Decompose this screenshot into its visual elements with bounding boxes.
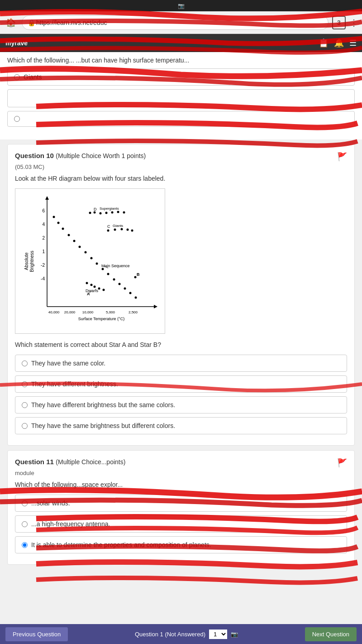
radio-opt2[interactable] xyxy=(22,381,28,387)
option2-label: They have different brightness. xyxy=(31,380,118,388)
svg-point-33 xyxy=(131,230,133,232)
lms-icon-clipboard[interactable]: 📋 xyxy=(319,38,329,48)
svg-text:-4: -4 xyxy=(41,276,45,281)
svg-point-46 xyxy=(107,273,110,275)
svg-text:20,000: 20,000 xyxy=(64,310,76,314)
svg-text:2,500: 2,500 xyxy=(129,310,138,314)
list-item[interactable]: ...a high-frequency antenna. xyxy=(15,515,347,533)
svg-text:Main Sequence: Main Sequence xyxy=(101,264,130,268)
svg-text:B: B xyxy=(137,272,140,277)
browser-toolbar: 🏠 🔒 https://learn.nvs.net/educ 3 ⋮ xyxy=(0,11,362,34)
radio-opt4[interactable] xyxy=(22,423,28,429)
list-item[interactable]: It is able to determine the properties a… xyxy=(15,536,347,553)
question-11-title: Question 11 (Multiple Choice...points) xyxy=(15,458,125,466)
svg-point-20 xyxy=(94,211,96,214)
svg-point-56 xyxy=(94,286,96,288)
svg-text:6: 6 xyxy=(42,208,45,213)
svg-point-57 xyxy=(98,288,100,290)
svg-point-31 xyxy=(121,228,123,231)
question-indicator: Question 1 (Not Answered) 1 📷 xyxy=(135,630,238,639)
svg-point-26 xyxy=(89,212,91,214)
status-bar-icon: 📷 xyxy=(178,3,185,9)
question-number: Question 10 xyxy=(15,152,54,159)
svg-text:Absolute: Absolute xyxy=(24,252,29,270)
q11-answer-options: ...solar winds. ...a high-frequency ante… xyxy=(15,495,347,553)
radio-prev-opt3[interactable] xyxy=(14,116,20,122)
option4-label: They have the same brightness but differ… xyxy=(31,422,175,429)
svg-point-24 xyxy=(117,211,119,213)
svg-point-29 xyxy=(107,230,110,232)
radio-giants[interactable] xyxy=(14,74,20,80)
url-text: https://learn.nvs.net/educ xyxy=(36,19,107,26)
q11-radio-opt1[interactable] xyxy=(22,500,28,506)
q11-radio-opt3[interactable] xyxy=(22,542,28,548)
browser-menu-button[interactable]: ⋮ xyxy=(349,17,358,28)
radio-opt3[interactable] xyxy=(22,402,28,408)
svg-point-48 xyxy=(119,283,121,285)
svg-text:Surface Temperature (°C): Surface Temperature (°C) xyxy=(78,317,124,321)
svg-text:Supergiants: Supergiants xyxy=(100,207,119,211)
lms-logo: myrave xyxy=(5,39,28,47)
list-item[interactable]: They have the same brightness but differ… xyxy=(15,417,347,434)
option3-label: They have different brightness but the s… xyxy=(31,401,175,409)
q11-flag-icon[interactable]: 🚩 xyxy=(337,458,347,468)
svg-point-54 xyxy=(86,282,88,284)
question-11-card: Question 11 (Multiple Choice...points) 🚩… xyxy=(7,450,355,565)
svg-text:D: D xyxy=(94,207,97,211)
svg-point-39 xyxy=(68,234,70,236)
q11-radio-opt2[interactable] xyxy=(22,521,28,527)
lms-icon-menu[interactable]: ☰ xyxy=(349,38,357,48)
svg-point-43 xyxy=(90,257,93,260)
svg-point-47 xyxy=(113,279,115,281)
lock-icon: 🔒 xyxy=(28,19,35,26)
q11-code: module xyxy=(15,470,347,476)
question-11-header: Question 11 (Multiple Choice...points) 🚩 xyxy=(15,458,347,468)
q11-prompt: Which of the following...space explor... xyxy=(15,481,347,488)
svg-point-36 xyxy=(53,216,55,218)
svg-point-25 xyxy=(123,211,125,214)
next-question-button[interactable]: Next Question xyxy=(305,627,357,641)
svg-marker-3 xyxy=(154,305,157,308)
svg-point-30 xyxy=(114,229,116,231)
prev-question-text: Which of the following... ...but can hav… xyxy=(7,57,355,64)
question-about-stars: Which statement is correct about Star A … xyxy=(15,341,347,348)
list-item[interactable]: ...solar winds. xyxy=(15,495,347,512)
svg-point-50 xyxy=(129,292,132,294)
svg-point-51 xyxy=(135,297,137,299)
question-prompt: Look at the HR diagram below with four s… xyxy=(15,175,347,182)
svg-text:Brightness: Brightness xyxy=(29,250,34,272)
svg-text:40,000: 40,000 xyxy=(48,310,60,314)
svg-point-49 xyxy=(124,288,126,290)
list-item[interactable]: They have the same color. xyxy=(15,355,347,372)
flag-icon[interactable]: 🚩 xyxy=(337,152,347,162)
svg-text:A: A xyxy=(87,292,90,296)
svg-point-32 xyxy=(127,229,129,231)
list-item[interactable]: Giants xyxy=(7,68,355,86)
svg-point-58 xyxy=(103,289,105,291)
list-item[interactable]: They have different brightness. xyxy=(15,375,347,393)
question-indicator-text: Question 1 (Not Answered) xyxy=(135,631,205,638)
list-item[interactable] xyxy=(7,111,355,127)
svg-point-41 xyxy=(79,246,81,248)
question-points: (Multiple Choice Worth 1 points) xyxy=(56,152,146,159)
lms-nav-icons: 📋 🔔 ☰ xyxy=(319,38,357,48)
prev-option-blank1[interactable] xyxy=(7,89,355,107)
list-item[interactable]: They have different brightness but the s… xyxy=(15,396,347,413)
answer-options: They have the same color. They have diff… xyxy=(15,355,347,434)
status-bar: 📷 xyxy=(0,0,362,11)
question-10-header: Question 10 (Multiple Choice Worth 1 poi… xyxy=(15,152,347,162)
svg-text:4: 4 xyxy=(42,222,45,227)
bottom-navigation: Previous Question Question 1 (Not Answer… xyxy=(0,624,362,644)
question-selector[interactable]: 1 xyxy=(209,630,227,639)
radio-opt1[interactable] xyxy=(22,360,28,366)
prev-question-button[interactable]: Previous Question xyxy=(5,627,68,641)
home-button[interactable]: 🏠 xyxy=(4,15,18,30)
tab-count[interactable]: 3 xyxy=(332,16,346,29)
prev-question-fragment: Which of the following... ...but can hav… xyxy=(0,52,362,139)
address-bar[interactable]: 🔒 https://learn.nvs.net/educ xyxy=(22,15,329,30)
lms-icon-bell[interactable]: 🔔 xyxy=(334,38,344,48)
q11-option1-label: ...solar winds. xyxy=(31,500,70,507)
svg-point-40 xyxy=(73,240,76,242)
svg-point-21 xyxy=(100,212,102,215)
svg-point-23 xyxy=(111,211,114,214)
